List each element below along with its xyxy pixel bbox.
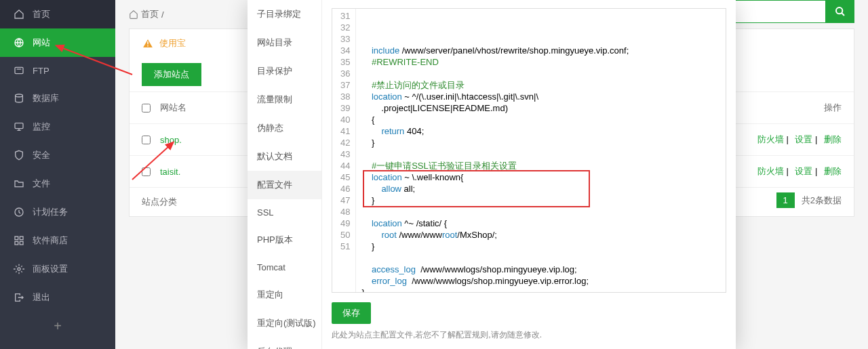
modal-tab[interactable]: 子目录绑定 [248, 0, 321, 28]
page-current[interactable]: 1 [776, 192, 795, 208]
warning-text: 使用宝 [159, 37, 186, 49]
sidebar-item-label: 文件 [33, 178, 50, 190]
site-name-link[interactable]: taisit. [160, 167, 180, 177]
sidebar-item-ftp[interactable]: FTP [0, 57, 115, 84]
modal-tab[interactable]: 配置文件 [248, 171, 321, 199]
select-all-checkbox[interactable] [142, 104, 151, 112]
sidebar: 首页网站FTP数据库监控安全文件计划任务软件商店面板设置退出 + [0, 0, 115, 217]
add-site-button[interactable]: 添加站点 [142, 63, 201, 86]
sidebar-item-label: 安全 [33, 149, 50, 161]
code-line[interactable]: } [361, 194, 720, 206]
svg-point-2 [16, 94, 23, 97]
code-line[interactable]: #一键申请SSL证书验证目录相关设置 [361, 160, 720, 171]
site-name-link[interactable]: shop. [160, 135, 182, 145]
code-line[interactable]: allow all; [361, 183, 720, 194]
sidebar-item-folder[interactable]: 文件 [0, 169, 115, 198]
sidebar-item-label: FTP [33, 66, 50, 76]
code-line[interactable]: #禁止访问的文件或目录 [361, 79, 720, 91]
modal-tab[interactable]: 默认文档 [248, 142, 321, 171]
modal-tabs: 子目录绑定网站目录目录保护流量限制伪静态默认文档配置文件SSLPHP版本Tomc… [248, 0, 322, 217]
sidebar-item-label: 网站 [33, 37, 50, 49]
modal-tab[interactable]: 伪静态 [248, 114, 321, 142]
sidebar-item-label: 计划任务 [33, 206, 68, 217]
code-line[interactable] [361, 206, 720, 217]
code-line[interactable]: location ~ \.well-known{ [361, 171, 720, 183]
monitor-icon [14, 121, 24, 132]
ftp-icon [14, 65, 24, 76]
shield-icon [14, 150, 24, 161]
code-line[interactable] [361, 68, 720, 79]
site-config-modal: 子目录绑定网站目录目录保护流量限制伪静态默认文档配置文件SSLPHP版本Tomc… [248, 0, 736, 217]
search-button[interactable] [826, 0, 854, 23]
sidebar-item-db[interactable]: 数据库 [0, 84, 115, 112]
row-checkbox[interactable] [142, 136, 151, 144]
op-settings[interactable]: 设置 [795, 134, 812, 144]
editor-code[interactable]: include /www/server/panel/vhost/rewrite/… [356, 9, 726, 217]
sidebar-item-label: 首页 [33, 8, 50, 20]
globe-icon [14, 37, 24, 48]
modal-tab[interactable]: SSL [248, 199, 321, 217]
folder-icon [14, 178, 24, 189]
clock-icon [14, 207, 24, 217]
modal-tab[interactable]: 目录保护 [248, 57, 321, 85]
code-line[interactable]: { [361, 114, 720, 125]
breadcrumb-sep: / [161, 9, 164, 20]
sidebar-item-globe[interactable]: 网站 [0, 28, 115, 57]
code-line[interactable]: include /www/server/panel/vhost/rewrite/… [361, 45, 720, 56]
svg-rect-1 [15, 67, 23, 73]
code-line[interactable]: return 404; [361, 125, 720, 137]
op-delete[interactable]: 删除 [824, 134, 842, 144]
code-line[interactable]: location ~ ^/(\.user.ini|\.htaccess|\.gi… [361, 91, 720, 102]
sidebar-item-label: 数据库 [33, 92, 59, 104]
op-delete[interactable]: 删除 [824, 166, 842, 176]
code-line[interactable]: .project|LICENSE|README.md) [361, 102, 720, 114]
breadcrumb-home[interactable]: 首页 [141, 8, 159, 20]
db-icon [14, 93, 24, 104]
row-checkbox[interactable] [142, 167, 151, 176]
sidebar-item-home[interactable]: 首页 [0, 0, 115, 28]
code-line[interactable] [361, 148, 720, 160]
sidebar-item-monitor[interactable]: 监控 [0, 112, 115, 141]
code-line[interactable]: #REWRITE-END [361, 56, 720, 68]
modal-tab[interactable]: 网站目录 [248, 28, 321, 57]
code-line[interactable]: } [361, 137, 720, 148]
config-editor[interactable]: 3132333435363738394041424344454647484950… [332, 8, 726, 217]
svg-point-10 [836, 7, 842, 14]
sidebar-item-label: 监控 [33, 121, 50, 133]
modal-main: 3132333435363738394041424344454647484950… [322, 0, 736, 217]
pagination: 1 共2条数据 [776, 192, 842, 208]
op-settings[interactable]: 设置 [795, 166, 812, 176]
th-ops: 操作 [733, 102, 842, 114]
search-icon [835, 6, 846, 17]
editor-gutter: 3132333435363738394041424344454647484950… [332, 9, 356, 217]
sidebar-item-shield[interactable]: 安全 [0, 141, 115, 169]
modal-tab[interactable]: 流量限制 [248, 85, 321, 114]
op-firewall[interactable]: 防火墙 [757, 166, 784, 176]
warning-icon [142, 37, 154, 49]
sidebar-item-clock[interactable]: 计划任务 [0, 198, 115, 217]
page-total: 共2条数据 [802, 194, 842, 207]
op-firewall[interactable]: 防火墙 [757, 134, 784, 144]
svg-rect-3 [15, 123, 23, 129]
home-icon [14, 9, 24, 20]
home-icon [129, 9, 138, 19]
